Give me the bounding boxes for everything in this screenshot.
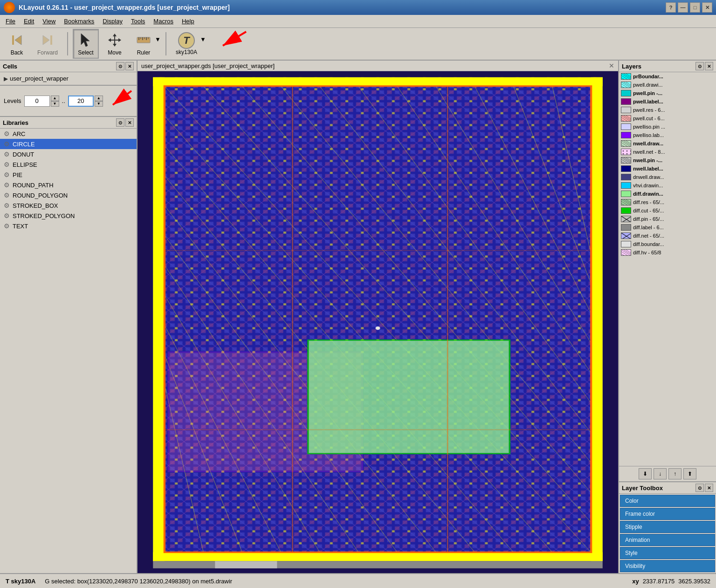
layers-icon-pin[interactable]: ⊙ <box>695 62 704 70</box>
layer-item[interactable]: pwell.res - 6... <box>619 106 716 114</box>
library-item-round_path[interactable]: ⚙ROUND_PATH <box>0 180 137 190</box>
layer-swatch <box>621 157 631 164</box>
layer-item[interactable]: pwell.label... <box>619 97 716 106</box>
toolbox-item-visibility[interactable]: Visibility <box>620 560 715 572</box>
library-item-stroked_polygon[interactable]: ⚙STROKED_POLYGON <box>0 211 137 221</box>
menu-file[interactable]: File <box>2 17 19 26</box>
layer-ctrl-up-top[interactable]: ⬆ <box>683 468 696 479</box>
levels-to-input[interactable] <box>68 96 94 107</box>
levels-from-input[interactable] <box>24 96 50 107</box>
library-item-stroked_box[interactable]: ⚙STROKED_BOX <box>0 200 137 211</box>
layer-item[interactable]: diff.boundar... <box>619 240 716 248</box>
menu-view[interactable]: View <box>39 17 59 26</box>
library-item-ellipse[interactable]: ⚙ELLIPSE <box>0 159 137 170</box>
layer-item[interactable]: nwell.label... <box>619 164 716 173</box>
sky130a-button[interactable]: T sky130A <box>171 29 202 58</box>
titlebar: KLayout 0.26.11 - user_project_wrapper.g… <box>0 0 716 15</box>
layer-item[interactable]: diff.label - 6... <box>619 223 716 232</box>
layers-icon-close[interactable]: ✕ <box>705 62 713 70</box>
menu-bookmarks[interactable]: Bookmarks <box>60 17 98 26</box>
layer-item[interactable]: diff.net - 65/... <box>619 232 716 240</box>
maximize-button[interactable]: □ <box>690 2 700 13</box>
layer-ctrl-up[interactable]: ↑ <box>668 468 682 479</box>
layer-item[interactable]: nwell.draw... <box>619 139 716 148</box>
help-button[interactable]: ? <box>666 2 676 13</box>
layer-item[interactable]: diff.drawin... <box>619 190 716 198</box>
toolbox-item-color[interactable]: Color <box>620 495 715 507</box>
library-item-circle[interactable]: ⚙CIRCLE <box>0 139 137 149</box>
levels-from-arrows: ▲ ▼ <box>51 96 59 107</box>
minimize-button[interactable]: — <box>678 2 688 13</box>
menu-edit[interactable]: Edit <box>20 17 38 26</box>
layer-item[interactable]: dnwell.draw... <box>619 173 716 181</box>
library-item-donut[interactable]: ⚙DONUT <box>0 149 137 159</box>
layer-item[interactable]: pwell.drawi... <box>619 81 716 89</box>
svg-marker-2 <box>43 35 49 45</box>
ruler-button[interactable]: Ruler <box>131 29 157 59</box>
cells-icon-close[interactable]: ✕ <box>125 62 134 70</box>
layer-swatch-pattern <box>621 82 631 88</box>
window-controls: ? — □ ✕ <box>666 2 712 13</box>
levels-to-down[interactable]: ▼ <box>95 101 103 107</box>
layer-item[interactable]: diff.cut - 65/... <box>619 206 716 215</box>
layer-toolbox-icon-close[interactable]: ✕ <box>705 484 713 492</box>
layer-item[interactable]: prBoundar... <box>619 72 716 81</box>
cells-header-icons: ⊙ ✕ <box>116 62 134 70</box>
close-button[interactable]: ✕ <box>702 2 712 13</box>
menu-macros[interactable]: Macros <box>150 17 177 26</box>
canvas-viewport[interactable] <box>138 71 618 573</box>
cells-icon-pin[interactable]: ⊙ <box>116 62 124 70</box>
levels-from-up[interactable]: ▲ <box>51 96 59 101</box>
menu-display[interactable]: Display <box>99 17 126 26</box>
canvas-close-button[interactable]: ✕ <box>609 62 614 69</box>
libraries-icon-pin[interactable]: ⊙ <box>116 118 124 127</box>
menu-help[interactable]: Help <box>178 17 198 26</box>
layer-item[interactable]: pwell.cut - 6... <box>619 114 716 123</box>
toolbox-item-animation[interactable]: Animation <box>620 534 715 546</box>
library-item-text[interactable]: ⚙TEXT <box>0 221 137 231</box>
select-button[interactable]: Select <box>73 29 99 59</box>
toolbox-item-style[interactable]: Style <box>620 547 715 559</box>
layers-header-icons: ⊙ ✕ <box>695 62 713 70</box>
back-button[interactable]: Back <box>4 29 30 59</box>
cells-tree-item[interactable]: ▶ user_project_wrapper <box>4 74 133 83</box>
layer-item[interactable]: diff.hv - 65/8 <box>619 248 716 257</box>
layer-name-label: nwell.draw... <box>633 141 663 146</box>
layer-swatch <box>621 199 631 205</box>
layer-item[interactable]: vhvi.drawin... <box>619 181 716 190</box>
library-item-label: ROUND_PATH <box>13 182 54 189</box>
layer-name-label: prBoundar... <box>633 74 663 79</box>
library-item-arc[interactable]: ⚙ARC <box>0 129 137 139</box>
forward-button[interactable]: Forward <box>33 29 62 59</box>
library-item-pie[interactable]: ⚙PIE <box>0 170 137 180</box>
layer-item[interactable]: pwelliso.pin ... <box>619 123 716 131</box>
select-label: Select <box>78 49 93 56</box>
layer-item[interactable]: diff.pin - 65/... <box>619 215 716 223</box>
layer-item[interactable]: nwell.pin -... <box>619 156 716 164</box>
layer-ctrl-down-bottom[interactable]: ⬇ <box>639 468 652 479</box>
layer-name-label: nwell.pin -... <box>633 157 662 163</box>
svg-point-91 <box>630 150 632 152</box>
toolbox-items-list: ColorFrame colorStippleAnimationStyleVis… <box>619 495 716 572</box>
gear-icon: ⚙ <box>4 191 10 199</box>
toolbox-item-stipple[interactable]: Stipple <box>620 521 715 533</box>
levels-to-up[interactable]: ▲ <box>95 96 103 101</box>
status-selection: G selected: box(1233020,2498370 1236020,… <box>45 578 232 585</box>
layer-toolbox-icon-pin[interactable]: ⊙ <box>695 484 704 492</box>
layer-item[interactable]: diff.res - 65/... <box>619 198 716 206</box>
svg-line-83 <box>621 120 626 122</box>
levels-from-down[interactable]: ▼ <box>51 101 59 107</box>
gear-icon: ⚙ <box>4 171 10 178</box>
library-item-round_polygon[interactable]: ⚙ROUND_POLYGON <box>0 190 137 200</box>
toolbox-item-frame-color[interactable]: Frame color <box>620 508 715 520</box>
levels-from-spinner: ▲ ▼ <box>24 96 59 107</box>
cells-tree: ▶ user_project_wrapper <box>0 72 137 85</box>
libraries-icon-close[interactable]: ✕ <box>125 118 134 127</box>
gds-layout-canvas[interactable] <box>138 71 618 573</box>
menu-tools[interactable]: Tools <box>127 17 149 26</box>
layer-item[interactable]: nwell.net - 8... <box>619 148 716 156</box>
move-button[interactable]: Move <box>102 29 128 59</box>
layer-ctrl-down[interactable]: ↓ <box>654 468 667 479</box>
layer-item[interactable]: pwelliso.lab... <box>619 131 716 139</box>
layer-item[interactable]: pwell.pin -... <box>619 89 716 97</box>
